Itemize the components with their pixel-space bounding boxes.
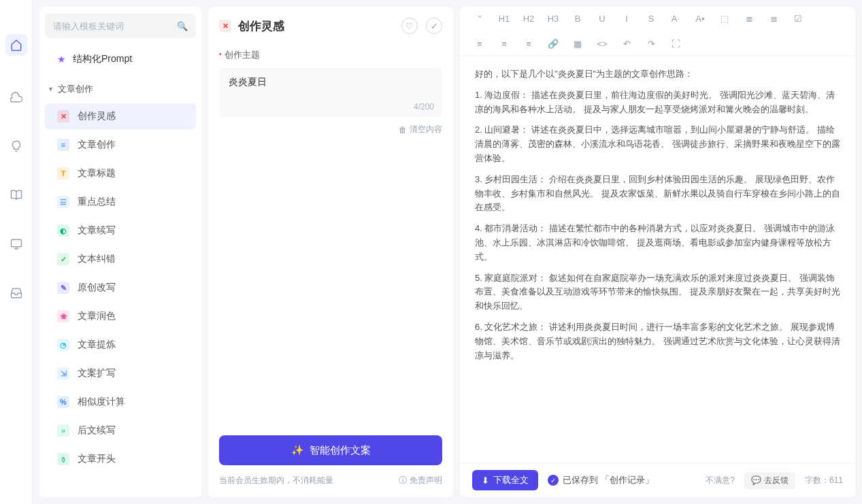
sidebar-item-3[interactable]: ☰重点总结 [45, 189, 196, 215]
disclaimer-link[interactable]: ⓘ 免责声明 [399, 475, 442, 486]
panel-title: 创作灵感 [238, 18, 395, 34]
search-input[interactable] [53, 21, 177, 31]
sidebar-item-5[interactable]: ✓文本纠错 [45, 246, 196, 272]
search-icon: 🔍 [177, 21, 188, 31]
toolbar-btn-r2-2[interactable]: ≡ [523, 39, 535, 49]
content-paragraph: 好的，以下是几个以"炎炎夏日"为主题的文章创作思路： [475, 67, 840, 82]
item-label: 文章开头 [78, 453, 116, 465]
toolbar-btn-r2-6[interactable]: ↶ [620, 39, 633, 49]
prompt-panel: ✕ 创作灵感 ♡ ✓ 创作主题 炎炎夏日 4/200 🗑 清空内容 ✨ 智能创作… [208, 7, 453, 497]
sidebar-item-11[interactable]: »后文续写 [45, 418, 196, 443]
toolbar-btn-r1-8[interactable]: A· [669, 14, 682, 24]
toolbar-btn-r2-0[interactable]: ≡ [474, 39, 486, 49]
toolbar-btn-r1-5[interactable]: U [596, 14, 608, 24]
item-label: 文案扩写 [78, 367, 116, 380]
content-paragraph: 1. 海边度假： 描述在炎炎夏日里，前往海边度假的美好时光。 强调阳光沙滩、蓝天… [475, 88, 840, 117]
item-label: 文章续写 [78, 224, 116, 237]
toolbar-btn-r1-4[interactable]: B [571, 14, 584, 24]
clear-button[interactable]: 🗑 清空内容 [399, 124, 442, 135]
item-icon: ⎀ [57, 453, 69, 465]
toolbar-btn-r1-0[interactable]: " [474, 14, 486, 24]
item-label: 文章创作 [78, 139, 116, 151]
download-button[interactable]: ⬇ 下载全文 [472, 470, 538, 490]
sidebar-item-7[interactable]: ❀文章润色 [45, 303, 196, 329]
sidebar-item-8[interactable]: ◔文章提炼 [45, 332, 196, 358]
rail-home-icon[interactable] [5, 34, 27, 56]
content-paragraph: 5. 家庭庭院派对： 叙述如何在自家庭院举办一场充满欢乐的派对来度过炎炎夏日。 … [475, 271, 840, 314]
toolbar-btn-r2-5[interactable]: <> [596, 39, 608, 49]
item-label: 重点总结 [78, 196, 116, 208]
item-label: 后文续写 [78, 424, 116, 437]
search-box[interactable]: 🔍 [45, 14, 196, 38]
svg-rect-0 [11, 239, 21, 247]
sidebar: 🔍 ★ 结构化Prompt ▼ 文章创作 ✕创作灵感≡文章创作T文章标题☰重点总… [39, 7, 201, 497]
structured-prompt-link[interactable]: ★ 结构化Prompt [45, 46, 196, 72]
item-label: 相似度计算 [78, 396, 125, 408]
sidebar-item-2[interactable]: T文章标题 [45, 161, 196, 186]
panel-icon: ✕ [219, 20, 231, 32]
rail-book-icon[interactable] [9, 188, 24, 203]
item-icon: ✓ [57, 253, 69, 265]
sidebar-item-10[interactable]: %相似度计算 [45, 389, 196, 415]
topic-input-box[interactable]: 炎炎夏日 4/200 [219, 68, 442, 117]
sidebar-item-4[interactable]: ◐文章续写 [45, 218, 196, 243]
sidebar-item-6[interactable]: ✎原创改写 [45, 275, 196, 301]
item-icon: ✕ [57, 110, 69, 122]
item-icon: » [57, 424, 69, 437]
category-label: 文章创作 [58, 83, 93, 95]
editor-content[interactable]: 好的，以下是几个以"炎炎夏日"为主题的文章创作思路：1. 海边度假： 描述在炎炎… [460, 56, 855, 463]
item-icon: % [57, 396, 69, 408]
trash-icon: 🗑 [399, 125, 407, 135]
toolbar-btn-r2-1[interactable]: ≡ [498, 39, 510, 49]
unsatisfied-label: 不满意? [706, 475, 735, 486]
toolbar-btn-r1-1[interactable]: H1 [498, 14, 510, 24]
toolbar-btn-r2-4[interactable]: ▦ [571, 39, 584, 49]
item-icon: ☰ [57, 196, 69, 208]
download-icon: ⬇ [482, 475, 489, 486]
toolbar-btn-r1-13[interactable]: ☑ [792, 14, 804, 24]
sidebar-item-12[interactable]: ⎀文章开头 [45, 446, 196, 472]
favorite-button[interactable]: ♡ [401, 18, 418, 34]
toolbar-btn-r2-7[interactable]: ↷ [645, 39, 657, 49]
toolbar-btn-r1-6[interactable]: I [620, 14, 633, 24]
category-header[interactable]: ▼ 文章创作 [45, 78, 196, 101]
item-label: 文本纠错 [78, 253, 116, 265]
item-icon: ◐ [57, 224, 69, 237]
item-label: 文章标题 [78, 167, 116, 180]
structured-prompt-label: 结构化Prompt [73, 53, 132, 65]
rail-inbox-icon[interactable] [9, 286, 24, 301]
rail-monitor-icon[interactable] [9, 237, 24, 252]
item-icon: ≡ [57, 139, 69, 151]
content-paragraph: 3. 乡村田园生活： 介绍在炎炎夏日里，回到乡村体验田园生活的乐趣。 展现绿色田… [475, 173, 840, 215]
saved-indicator: ✓ 已保存到 「创作记录」 [548, 474, 654, 486]
sidebar-item-1[interactable]: ≡文章创作 [45, 132, 196, 158]
item-label: 创作灵感 [78, 110, 116, 122]
content-paragraph: 6. 文化艺术之旅： 讲述利用炎炎夏日时间，进行一场丰富多彩的文化艺术之旅。 展… [475, 320, 840, 363]
generate-button[interactable]: ✨ 智能创作文案 [219, 435, 442, 465]
confirm-button[interactable]: ✓ [426, 18, 442, 34]
wand-icon: ✨ [291, 444, 304, 456]
toolbar-btn-r1-3[interactable]: H3 [547, 14, 559, 24]
sidebar-item-9[interactable]: ⇲文案扩写 [45, 360, 196, 386]
toolbar-btn-r1-12[interactable]: ≣ [767, 14, 780, 24]
toolbar-btn-r1-7[interactable]: S [645, 14, 657, 24]
toolbar-btn-r1-9[interactable]: A▪ [694, 14, 706, 24]
item-icon: ◔ [57, 339, 69, 351]
toolbar-btn-r2-8[interactable]: ⛶ [669, 39, 682, 49]
item-icon: ❀ [57, 310, 69, 322]
chevron-down-icon: ▼ [48, 86, 54, 93]
toolbar-btn-r1-11[interactable]: ≣ [743, 14, 755, 24]
rail-cloud-icon[interactable] [9, 90, 24, 105]
content-paragraph: 4. 都市消暑活动： 描述在繁忙都市中的各种消暑方式，以应对炎炎夏日。 强调城市… [475, 222, 840, 264]
item-icon: ✎ [57, 282, 69, 294]
toolbar-btn-r1-10[interactable]: ⬚ [718, 14, 731, 24]
check-icon: ✓ [548, 475, 559, 486]
sidebar-item-0[interactable]: ✕创作灵感 [45, 103, 196, 129]
feedback-button[interactable]: 💬 去反馈 [744, 472, 795, 489]
item-icon: T [57, 167, 69, 180]
toolbar-btn-r2-3[interactable]: 🔗 [547, 39, 559, 49]
item-label: 原创改写 [78, 282, 116, 294]
toolbar-btn-r1-2[interactable]: H2 [523, 14, 535, 24]
editor-footer: ⬇ 下载全文 ✓ 已保存到 「创作记录」 不满意? 💬 去反馈 字数：611 [460, 463, 855, 497]
rail-bulb-icon[interactable] [9, 139, 24, 154]
